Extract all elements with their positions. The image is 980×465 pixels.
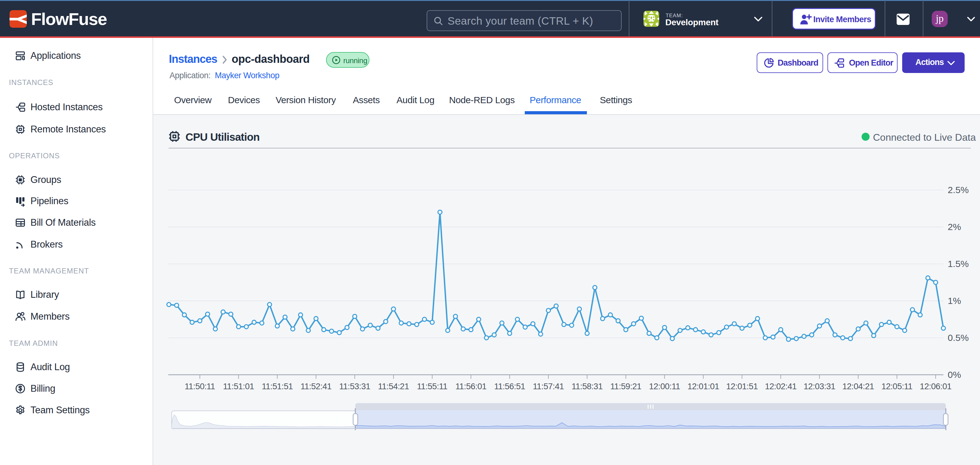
svg-text:11:51:01: 11:51:01 — [223, 382, 254, 391]
svg-text:11:52:41: 11:52:41 — [301, 382, 332, 391]
svg-text:1%: 1% — [948, 296, 961, 306]
svg-text:11:51:51: 11:51:51 — [262, 382, 293, 391]
svg-text:2.5%: 2.5% — [948, 185, 969, 195]
svg-text:12:01:01: 12:01:01 — [687, 382, 719, 391]
svg-text:12:03:31: 12:03:31 — [804, 382, 835, 391]
svg-text:12:02:41: 12:02:41 — [765, 382, 797, 391]
svg-text:12:00:11: 12:00:11 — [649, 382, 680, 391]
svg-text:12:06:01: 12:06:01 — [920, 382, 951, 391]
svg-text:12:01:51: 12:01:51 — [726, 382, 758, 391]
svg-text:11:50:11: 11:50:11 — [185, 382, 215, 391]
svg-text:1.5%: 1.5% — [948, 259, 969, 269]
svg-text:11:55:11: 11:55:11 — [417, 382, 447, 391]
svg-text:11:57:41: 11:57:41 — [533, 382, 564, 391]
svg-text:11:58:31: 11:58:31 — [571, 382, 603, 391]
svg-text:2%: 2% — [948, 222, 961, 232]
svg-text:11:54:21: 11:54:21 — [378, 382, 409, 391]
svg-text:11:59:21: 11:59:21 — [610, 382, 641, 391]
svg-text:11:56:51: 11:56:51 — [494, 382, 525, 391]
svg-text:12:04:21: 12:04:21 — [842, 382, 874, 391]
svg-text:0%: 0% — [948, 369, 961, 380]
svg-text:0.5%: 0.5% — [948, 332, 969, 343]
svg-text:11:53:31: 11:53:31 — [339, 382, 370, 391]
svg-text:11:56:01: 11:56:01 — [455, 382, 486, 391]
svg-text:12:05:11: 12:05:11 — [881, 382, 912, 391]
